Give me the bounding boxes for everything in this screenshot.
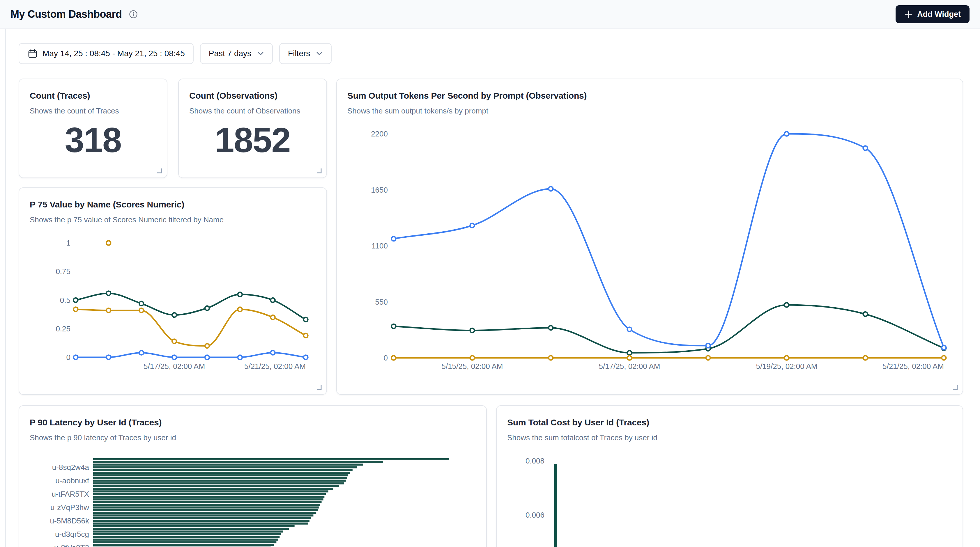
widget-sum-total-cost[interactable]: Sum Total Cost by User Id (Traces) Shows… [496,405,963,547]
resize-handle-icon[interactable] [952,384,958,391]
count-observations-value: 1852 [179,122,326,157]
svg-text:1100: 1100 [372,241,388,250]
widget-subtitle: Shows the sum output tokens/s by prompt [337,101,963,116]
page-header: My Custom Dashboard Add Widget [0,0,980,29]
svg-text:u-5M8D56k: u-5M8D56k [50,517,89,525]
widget-p75-value[interactable]: P 75 Value by Name (Scores Numeric) Show… [19,187,327,395]
plus-icon [904,10,913,19]
calendar-icon [27,48,38,59]
widget-title: P 90 Latency by User Id (Traces) [19,406,486,427]
svg-text:5/19/25, 02:00 AM: 5/19/25, 02:00 AM [756,362,817,371]
svg-text:0.006: 0.006 [525,511,544,519]
svg-text:u-zVqP3hw: u-zVqP3hw [50,503,89,512]
widget-title: Sum Total Cost by User Id (Traces) [497,406,963,427]
resize-handle-icon[interactable] [316,168,322,174]
widget-title: Count (Observations) [179,79,326,101]
svg-text:5/21/25, 02:00 AM: 5/21/25, 02:00 AM [244,362,306,371]
widget-subtitle: Shows the count of Traces [19,101,167,116]
svg-text:u-tFAR5TX: u-tFAR5TX [51,490,89,498]
count-traces-value: 318 [19,122,167,157]
chevron-down-icon [316,51,323,56]
resize-handle-icon[interactable] [316,384,322,391]
p75-line-chart[interactable]: 00.250.50.7515/17/25, 02:00 AM5/21/25, 0… [31,230,316,389]
svg-text:5/17/25, 02:00 AM: 5/17/25, 02:00 AM [143,362,205,371]
cost-bar-chart[interactable]: 0.0080.006 [497,450,963,547]
svg-text:1650: 1650 [371,186,388,194]
svg-text:0: 0 [66,353,70,361]
widget-p90-latency[interactable]: P 90 Latency by User Id (Traces) Shows t… [19,405,487,547]
chevron-down-icon [257,51,264,56]
svg-text:1: 1 [66,239,70,247]
widget-subtitle: Shows the sum totalcost of Traces by use… [497,427,963,442]
svg-text:u-d3qr5cg: u-d3qr5cg [55,530,89,539]
filters-label: Filters [288,49,310,58]
tokens-line-chart[interactable]: 05501100165022005/15/25, 02:00 AM5/17/25… [348,126,952,383]
svg-text:u-8fVe9T3: u-8fVe9T3 [54,543,89,547]
widget-subtitle: Shows the p 90 latency of Traces by user… [19,427,486,442]
filters-dropdown[interactable]: Filters [279,43,332,64]
svg-text:0.25: 0.25 [56,324,70,333]
svg-text:2200: 2200 [371,130,388,138]
resize-handle-icon[interactable] [156,168,163,174]
svg-text:u-aobnuxf: u-aobnuxf [55,476,89,485]
sidebar-edge-divider [5,29,6,547]
info-icon[interactable] [129,10,138,19]
widget-title: Count (Traces) [19,79,167,101]
svg-text:5/21/25, 02:00 AM: 5/21/25, 02:00 AM [883,362,944,371]
date-range-value: May 14, 25 : 08:45 - May 21, 25 : 08:45 [43,49,185,58]
widget-title: Sum Output Tokens Per Second by Prompt (… [337,79,963,101]
add-widget-label: Add Widget [917,10,961,19]
page-title: My Custom Dashboard [11,8,122,21]
date-range-picker[interactable]: May 14, 25 : 08:45 - May 21, 25 : 08:45 [19,43,194,64]
p90-bar-chart[interactable]: u-8sq2w4au-aobnuxfu-tFAR5TXu-zVqP3hwu-5M… [19,455,487,547]
svg-text:550: 550 [375,298,388,306]
svg-text:0.5: 0.5 [60,296,70,304]
range-preset-dropdown[interactable]: Past 7 days [200,43,273,64]
svg-text:u-8sq2w4a: u-8sq2w4a [52,463,89,472]
widget-title: P 75 Value by Name (Scores Numeric) [19,188,326,209]
add-widget-button[interactable]: Add Widget [896,5,969,23]
range-preset-value: Past 7 days [209,49,251,58]
svg-text:0.008: 0.008 [525,457,544,465]
toolbar: May 14, 25 : 08:45 - May 21, 25 : 08:45 … [19,43,332,64]
dashboard-page: My Custom Dashboard Add Widget [0,0,980,547]
svg-text:5/17/25, 02:00 AM: 5/17/25, 02:00 AM [598,362,660,371]
svg-text:0: 0 [384,354,388,362]
widget-subtitle: Shows the p 75 value of Scores Numeric f… [19,209,326,224]
widget-count-traces[interactable]: Count (Traces) Shows the count of Traces… [19,79,167,178]
widget-tokens-per-second[interactable]: Sum Output Tokens Per Second by Prompt (… [336,79,963,395]
widget-subtitle: Shows the count of Observations [179,101,326,116]
widget-count-observations[interactable]: Count (Observations) Shows the count of … [178,79,327,178]
svg-text:5/15/25, 02:00 AM: 5/15/25, 02:00 AM [441,362,503,371]
svg-text:0.75: 0.75 [56,267,70,276]
